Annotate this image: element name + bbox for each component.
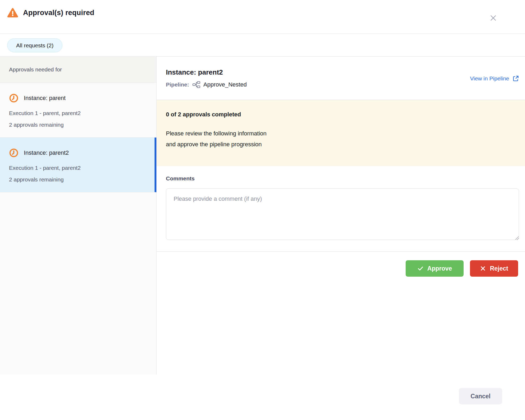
instance-title: Instance: parent2 <box>166 68 223 76</box>
check-icon <box>417 265 424 272</box>
comment-textarea[interactable] <box>166 188 519 240</box>
warning-triangle-icon <box>7 7 18 18</box>
approve-button[interactable]: Approve <box>406 260 464 277</box>
pipeline-label: Pipeline: <box>166 81 189 88</box>
cancel-label: Cancel <box>470 393 490 400</box>
approval-detail-panel: Instance: parent2 Pipeline: Approve_Nest… <box>157 57 525 420</box>
approval-item-title: Instance: parent <box>24 95 66 102</box>
approval-item-title: Instance: parent2 <box>24 149 69 156</box>
modal-header-left: Approval(s) required <box>7 7 94 18</box>
banner-text: Please review the following information … <box>166 128 516 150</box>
close-button[interactable] <box>488 13 498 23</box>
approval-item-remaining: 2 approvals remaining <box>9 121 147 128</box>
tab-bar: All requests (2) <box>0 34 525 57</box>
view-in-pipeline-link[interactable]: View in Pipeline <box>470 75 519 82</box>
sidebar-heading: Approvals needed for <box>0 57 156 83</box>
external-link-icon <box>512 75 519 82</box>
pipeline-row: Pipeline: Approve_Nested <box>166 80 247 89</box>
close-x-icon <box>489 14 497 22</box>
reject-button[interactable]: Reject <box>470 260 518 277</box>
approval-item-parent[interactable]: Instance: parent Execution 1 - parent, p… <box>0 83 156 138</box>
approve-label: Approve <box>427 265 452 272</box>
pending-clock-icon <box>9 93 19 103</box>
cancel-button[interactable]: Cancel <box>459 388 502 404</box>
pipeline-graph-icon <box>192 81 200 88</box>
reject-label: Reject <box>490 265 508 272</box>
tab-all-requests[interactable]: All requests (2) <box>7 38 62 52</box>
x-icon <box>480 265 486 272</box>
approval-item-execution: Execution 1 - parent, parent2 <box>9 165 146 171</box>
approval-item-title-row: Instance: parent2 <box>9 148 146 158</box>
modal-header: Approval(s) required <box>0 0 525 34</box>
banner-line1: Please review the following information <box>166 128 516 139</box>
approval-item-title-row: Instance: parent <box>9 93 147 103</box>
pending-clock-icon <box>9 148 19 158</box>
view-in-pipeline-label: View in Pipeline <box>470 75 509 82</box>
banner-heading: 0 of 2 approvals completed <box>166 111 516 118</box>
approval-item-parent2[interactable]: Instance: parent2 Execution 1 - parent, … <box>0 138 156 192</box>
approval-item-remaining: 2 approvals remaining <box>9 176 146 183</box>
approvals-sidebar: Approvals needed for Instance: parent Ex… <box>0 57 157 375</box>
approval-item-execution: Execution 1 - parent, parent2 <box>9 110 147 117</box>
approvals-banner: 0 of 2 approvals completed Please review… <box>157 100 525 166</box>
pipeline-name: Approve_Nested <box>203 81 247 88</box>
modal-title: Approval(s) required <box>23 9 94 17</box>
comments-label: Comments <box>166 175 195 182</box>
banner-line2: and approve the pipeline progression <box>166 139 516 150</box>
buttons-divider <box>157 252 525 252</box>
approval-modal: Approval(s) required All requests (2) Ap… <box>0 0 525 420</box>
